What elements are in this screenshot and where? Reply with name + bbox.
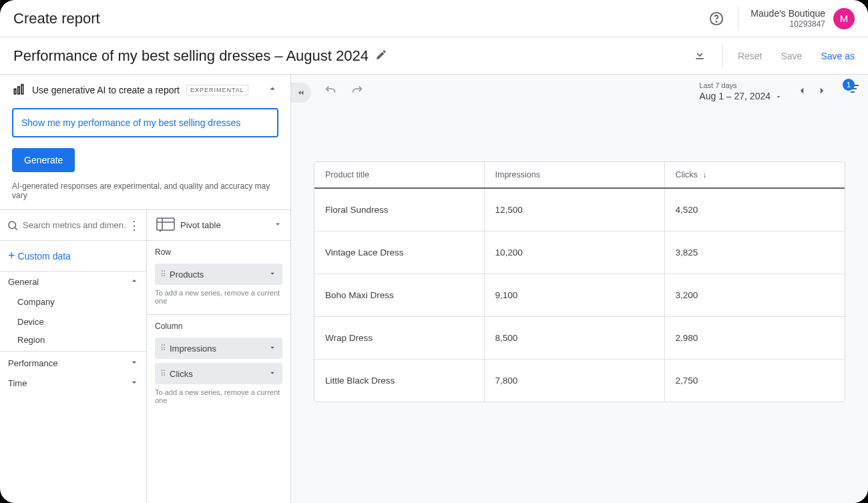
pivot-title: Pivot table	[180, 220, 221, 230]
dropdown-icon	[775, 93, 783, 101]
row-section: Row ⠿ Products To add a new series, remo…	[147, 241, 290, 315]
chevron-down-icon	[268, 343, 277, 354]
generate-button[interactable]: Generate	[12, 148, 75, 172]
search-input[interactable]	[23, 220, 128, 230]
cell-product: Wrap Dress	[314, 317, 484, 360]
column-hint: To add a new series, remove a current on…	[155, 388, 282, 404]
help-icon[interactable]	[707, 9, 726, 28]
account-name: Maude's Boutique	[750, 8, 825, 19]
cell-impressions: 8,500	[484, 317, 664, 360]
pivot-table-icon	[155, 216, 176, 235]
table-row: Boho Maxi Dress 9,100 3,200	[314, 274, 845, 317]
cell-impressions: 7,800	[484, 360, 664, 402]
pivot-type-dropdown-icon[interactable]	[273, 219, 282, 231]
undo-icon[interactable]	[323, 83, 338, 97]
svg-line-6	[15, 227, 17, 229]
avatar[interactable]: M	[833, 8, 855, 29]
chevron-down-icon	[268, 269, 277, 280]
table-row: Wrap Dress 8,500 2,980	[314, 317, 845, 360]
column-chip-clicks[interactable]: ⠿ Clicks	[155, 363, 282, 384]
search-icon	[7, 219, 19, 231]
row-hint: To add a new series, remove a current on…	[155, 289, 282, 305]
left-panel: Use generative AI to create a report EXP…	[0, 75, 291, 503]
experimental-tag: EXPERIMENTAL	[186, 85, 248, 95]
chevron-down-icon	[129, 357, 140, 370]
column-section: Column ⠿ Impressions ⠿ Clicks To add a n…	[147, 315, 290, 414]
column-header-clicks[interactable]: Clicks ↓	[664, 162, 845, 188]
ai-prompt-input[interactable]	[12, 108, 278, 137]
chevron-up-icon	[129, 276, 140, 288]
custom-data-label: Custom data	[18, 251, 71, 262]
row-chip-products[interactable]: ⠿ Products	[155, 264, 282, 285]
cell-impressions: 10,200	[484, 231, 664, 274]
pivot-table: Product title Impressions Clicks ↓ Flora…	[314, 161, 845, 402]
cell-impressions: 9,100	[484, 274, 664, 317]
filter-button[interactable]: 1	[847, 83, 859, 95]
account-id: 10293847	[750, 19, 825, 29]
dimension-region[interactable]: Region	[0, 332, 146, 352]
cell-product: Little Black Dress	[314, 360, 484, 402]
edit-title-icon[interactable]	[375, 49, 387, 63]
svg-point-5	[9, 221, 16, 229]
cell-clicks: 2,750	[664, 360, 845, 402]
sort-desc-icon: ↓	[702, 170, 706, 179]
dimensions-column: ⋮ + Custom data General Company Device R…	[0, 210, 147, 503]
custom-data-button[interactable]: + Custom data	[0, 241, 146, 272]
cell-impressions: 12,500	[484, 188, 664, 231]
pivot-config-column: Pivot table Row ⠿ Products To add a new …	[147, 210, 290, 503]
cell-clicks: 3,825	[664, 231, 845, 274]
date-prev-button[interactable]	[793, 82, 811, 102]
column-header-impressions[interactable]: Impressions	[484, 162, 664, 188]
table-row: Floral Sundress 12,500 4,520	[314, 188, 845, 231]
cell-clicks: 2,980	[664, 317, 845, 360]
filter-count-badge: 1	[843, 79, 855, 91]
collapse-left-panel-button[interactable]	[291, 83, 311, 103]
column-header-product-title[interactable]: Product title	[314, 162, 484, 188]
dimension-company[interactable]: Company	[0, 292, 146, 312]
top-bar: Create report Maude's Boutique 10293847 …	[0, 0, 868, 37]
category-general[interactable]: General	[0, 272, 146, 292]
svg-rect-2	[14, 89, 16, 94]
report-canvas: Last 7 days Aug 1 – 27, 2024 1	[291, 75, 868, 503]
collapse-ai-icon[interactable]	[266, 83, 278, 97]
cell-clicks: 3,200	[664, 274, 845, 317]
cell-product: Boho Maxi Dress	[314, 274, 484, 317]
table-row: Vintage Lace Dress 10,200 3,825	[314, 231, 845, 274]
ai-report-icon	[12, 83, 25, 97]
chevron-down-icon	[268, 368, 277, 380]
chevron-down-icon	[129, 377, 140, 390]
redo-icon[interactable]	[350, 83, 365, 97]
cell-product: Floral Sundress	[314, 188, 484, 231]
download-icon[interactable]	[690, 45, 709, 67]
plus-icon: +	[8, 249, 15, 263]
report-title: Performance of my best selling dresses –…	[13, 47, 369, 65]
category-time[interactable]: Time	[0, 373, 146, 393]
ai-block: Use generative AI to create a report EXP…	[0, 75, 290, 210]
category-performance[interactable]: Performance	[0, 353, 146, 373]
svg-rect-3	[18, 87, 20, 94]
cell-product: Vintage Lace Dress	[314, 231, 484, 274]
table-row: Little Black Dress 7,800 2,750	[314, 360, 845, 402]
column-label: Column	[155, 322, 282, 331]
reset-button[interactable]: Reset	[738, 51, 763, 61]
app-title: Create report	[13, 10, 100, 27]
save-button[interactable]: Save	[781, 51, 802, 61]
save-as-button[interactable]: Save as	[821, 51, 855, 61]
drag-handle-icon: ⠿	[160, 369, 166, 378]
drag-handle-icon: ⠿	[160, 270, 166, 279]
dimension-device[interactable]: Device	[0, 312, 146, 332]
svg-point-1	[716, 21, 717, 22]
row-label: Row	[155, 247, 282, 257]
column-chip-impressions[interactable]: ⠿ Impressions	[155, 338, 282, 359]
more-options-icon[interactable]: ⋮	[128, 219, 141, 231]
sub-header: Performance of my best selling dresses –…	[0, 37, 868, 75]
ai-disclaimer: AI-generated responses are experimental,…	[12, 181, 278, 200]
drag-handle-icon: ⠿	[160, 344, 166, 353]
date-range-picker[interactable]: Last 7 days Aug 1 – 27, 2024	[699, 81, 783, 102]
cell-clicks: 4,520	[664, 188, 845, 231]
account-switcher[interactable]: Maude's Boutique 10293847 M	[750, 8, 855, 29]
svg-rect-7	[157, 218, 174, 230]
ai-title: Use generative AI to create a report	[32, 85, 180, 95]
svg-rect-4	[21, 85, 23, 94]
date-next-button[interactable]	[813, 82, 831, 102]
